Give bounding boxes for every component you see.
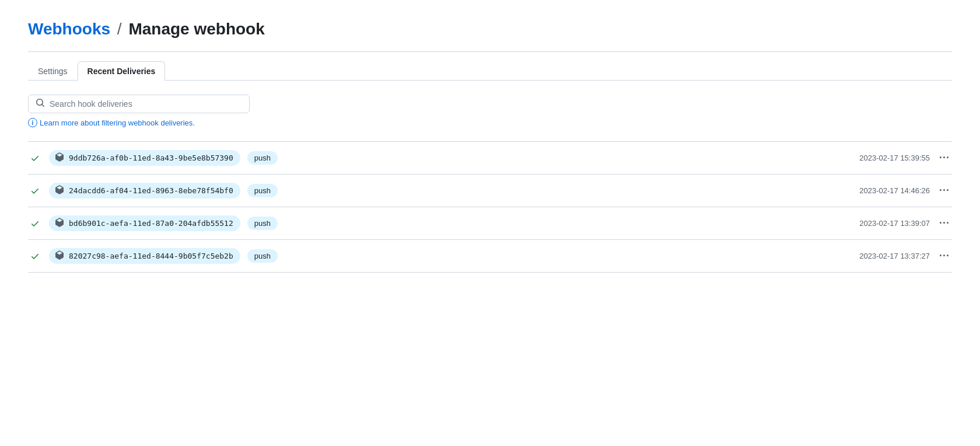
header-divider <box>28 51 952 52</box>
delivery-timestamp: 2023-02-17 13:39:07 <box>859 219 930 228</box>
page-container: Webhooks / Manage webhook Settings Recen… <box>0 0 980 291</box>
current-page-label: Manage webhook <box>128 20 264 38</box>
event-badge: push <box>247 184 278 197</box>
success-icon <box>28 154 42 163</box>
delivery-guid: 9ddb726a-af0b-11ed-8a43-9be5e8b57390 <box>69 154 233 162</box>
search-input[interactable] <box>50 99 242 109</box>
deliveries-list: 9ddb726a-af0b-11ed-8a43-9be5e8b57390 pus… <box>28 141 952 273</box>
delivery-timestamp: 2023-02-17 14:46:26 <box>859 186 930 195</box>
filter-info-text: Learn more about filtering webhook deliv… <box>40 119 195 127</box>
delivery-id-badge[interactable]: 82027c98-aefa-11ed-8444-9b05f7c5eb2b <box>49 248 240 264</box>
delivery-menu-button[interactable]: ··· <box>937 183 952 198</box>
delivery-id-badge[interactable]: bd6b901c-aefa-11ed-87a0-204afdb55512 <box>49 215 240 231</box>
page-title: Webhooks / Manage webhook <box>28 19 952 40</box>
delivery-id-badge[interactable]: 9ddb726a-af0b-11ed-8a43-9be5e8b57390 <box>49 150 240 166</box>
table-row[interactable]: 9ddb726a-af0b-11ed-8a43-9be5e8b57390 pus… <box>28 141 952 175</box>
tab-recent-deliveries[interactable]: Recent Deliveries <box>78 61 166 81</box>
event-badge: push <box>247 249 278 263</box>
delivery-menu-button[interactable]: ··· <box>937 151 952 165</box>
breadcrumb-separator: / <box>117 20 122 38</box>
page-header: Webhooks / Manage webhook <box>28 19 952 40</box>
package-icon <box>55 250 64 262</box>
tab-settings[interactable]: Settings <box>28 61 78 81</box>
delivery-timestamp: 2023-02-17 15:39:55 <box>859 154 930 162</box>
tab-bar: Settings Recent Deliveries <box>28 61 952 81</box>
event-badge: push <box>247 151 278 165</box>
success-icon <box>28 219 42 228</box>
search-section: i Learn more about filtering webhook del… <box>28 95 952 127</box>
filter-info-link[interactable]: i Learn more about filtering webhook del… <box>28 118 952 127</box>
delivery-id-badge[interactable]: 24dacdd6-af04-11ed-8963-8ebe78f54bf0 <box>49 183 240 198</box>
delivery-guid: bd6b901c-aefa-11ed-87a0-204afdb55512 <box>69 219 233 228</box>
delivery-guid: 82027c98-aefa-11ed-8444-9b05f7c5eb2b <box>69 252 233 260</box>
package-icon <box>55 152 64 163</box>
info-icon: i <box>28 118 37 127</box>
search-icon <box>36 98 45 110</box>
table-row[interactable]: bd6b901c-aefa-11ed-87a0-204afdb55512 pus… <box>28 207 952 240</box>
search-input-wrapper[interactable] <box>28 95 250 113</box>
table-row[interactable]: 82027c98-aefa-11ed-8444-9b05f7c5eb2b pus… <box>28 240 952 273</box>
delivery-timestamp: 2023-02-17 13:37:27 <box>859 252 930 260</box>
event-badge: push <box>247 217 278 230</box>
package-icon <box>55 185 64 196</box>
webhooks-link[interactable]: Webhooks <box>28 20 110 38</box>
delivery-menu-button[interactable]: ··· <box>937 216 952 231</box>
package-icon <box>55 218 64 229</box>
delivery-guid: 24dacdd6-af04-11ed-8963-8ebe78f54bf0 <box>69 186 233 195</box>
delivery-menu-button[interactable]: ··· <box>937 249 952 263</box>
success-icon <box>28 252 42 261</box>
table-row[interactable]: 24dacdd6-af04-11ed-8963-8ebe78f54bf0 pus… <box>28 175 952 207</box>
success-icon <box>28 186 42 196</box>
